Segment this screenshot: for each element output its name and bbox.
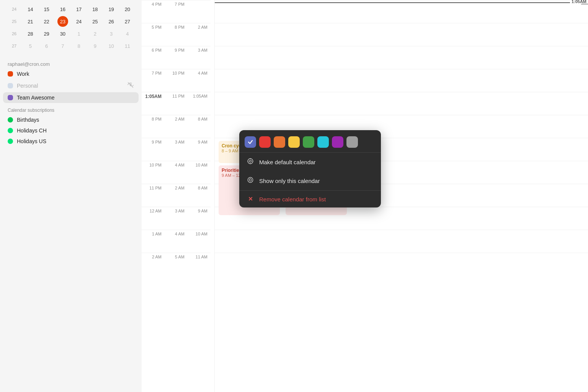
cal-day[interactable]: 25 [87,15,103,28]
cal-day[interactable]: 24 [71,15,87,28]
time-label: 8 PM [142,115,165,138]
calendar-item-holidays-ch[interactable]: Holidays CH [3,125,139,136]
calendar-name-team-awesome: Team Awesome [17,95,134,101]
color-swatch-purple[interactable] [332,136,343,148]
week-number: 27 [6,40,22,52]
calendar-color-holidays-ch [8,128,13,133]
calendar-name-personal: Personal [17,83,127,89]
menu-item-make-default[interactable]: Make default calendar [239,153,381,172]
time-label: 2 AM [165,184,188,207]
color-swatch-green[interactable] [303,136,314,148]
color-swatch-gray[interactable] [346,136,358,148]
grid-row [215,253,588,276]
calendar-list: raphael@cron.com Work Personal Team Awes… [0,58,142,392]
calendar-item-holidays-us[interactable]: Holidays US [3,136,139,147]
time-label: 11 PM [165,92,188,115]
current-time-display: 1:05AM [145,94,162,99]
time-label: 10 AM [188,161,211,184]
color-swatch-yellow[interactable] [288,136,300,148]
time-label: 1:05AM [188,92,211,115]
sidebar: 24 14 15 16 17 18 19 20 25 21 22 23 24 2… [0,0,142,392]
cal-day-other[interactable]: 8 [71,40,87,52]
time-label: 2 AM [142,253,165,276]
svg-point-2 [249,160,251,162]
calendar-color-holidays-us [8,139,13,144]
color-picker-row [239,135,381,153]
make-default-icon [246,158,255,167]
grid-row [215,92,588,115]
time-label: 10 PM [142,161,165,184]
menu-item-show-only[interactable]: Show only this calendar [239,172,381,190]
cal-day-other[interactable]: 6 [39,40,55,52]
color-swatch-orange[interactable] [274,136,285,148]
time-label: 3 AM [165,138,188,161]
time-label: 12 AM [142,207,165,230]
grid-row [215,23,588,46]
make-default-label: Make default calendar [259,159,316,165]
current-time-line: 1:05AM — [215,2,588,3]
cal-day-other[interactable]: 9 [87,40,103,52]
time-label: 5 AM [165,253,188,276]
calendar-color-team-awesome [8,95,13,100]
color-swatch-teal[interactable] [317,136,329,148]
cal-day-other[interactable]: 7 [55,40,71,52]
calendar-item-personal[interactable]: Personal [3,79,139,92]
color-swatch-indigo[interactable] [245,136,256,148]
time-col-1: 4 PM 5 PM 6 PM 7 PM 1:05AM 8 PM 9 PM 10 … [142,0,165,392]
time-label: 9 PM [142,138,165,161]
calendar-color-birthdays [8,117,13,122]
time-label: 5 PM [142,23,165,46]
cal-day[interactable]: 19 [103,3,119,15]
cal-day[interactable]: 20 [119,3,136,15]
context-menu: Make default calendar Show only this cal… [239,130,381,207]
show-only-label: Show only this calendar [259,178,320,184]
eye-off-icon [127,82,134,90]
cal-day[interactable]: 22 [39,15,55,28]
cal-day[interactable]: 14 [22,3,38,15]
cal-day-other[interactable]: 10 [103,40,119,52]
cal-day-other[interactable]: 5 [22,40,38,52]
cal-day[interactable]: 17 [71,3,87,15]
color-swatch-red[interactable] [259,136,271,148]
time-label: 3 AM [165,207,188,230]
cal-day[interactable]: 27 [119,15,136,28]
time-label: 8 AM [188,184,211,207]
time-label [188,0,211,23]
today-badge[interactable]: 23 [57,16,68,27]
cal-day[interactable]: 18 [87,3,103,15]
time-label: 4 AM [188,69,211,92]
time-label: 9 PM [165,46,188,69]
svg-point-7 [248,177,253,183]
remove-icon: ✕ [246,196,255,203]
grid-row [215,46,588,69]
cal-day-other[interactable]: 1 [71,28,87,40]
svg-point-8 [249,179,252,181]
cal-day[interactable]: 21 [22,15,38,28]
cal-day-other[interactable]: 4 [119,28,136,40]
time-label: 8 AM [188,115,211,138]
time-label: 7 PM [165,0,188,23]
calendar-item-team-awesome[interactable]: Team Awesome [3,92,139,103]
cal-day[interactable]: 29 [39,28,55,40]
menu-item-remove-calendar[interactable]: ✕ Remove calendar from list [239,191,381,207]
week-number: 25 [6,15,22,28]
svg-point-1 [248,158,253,164]
calendar-name-birthdays: Birthdays [17,117,134,123]
cal-day[interactable]: 30 [55,28,71,40]
calendar-color-work [8,71,13,77]
grid-row: 1:05AM — [215,0,588,23]
calendar-item-birthdays[interactable]: Birthdays [3,114,139,125]
cal-day[interactable]: 16 [55,3,71,15]
time-label: 10 AM [188,230,211,253]
cal-day-other[interactable]: 11 [119,40,136,52]
cal-day-other[interactable]: 2 [87,28,103,40]
time-label: 10 PM [165,69,188,92]
cal-day[interactable]: 26 [103,15,119,28]
time-label: 2 AM [165,115,188,138]
cal-day[interactable]: 23 [55,15,71,28]
cal-day[interactable]: 15 [39,3,55,15]
cal-day-other[interactable]: 3 [103,28,119,40]
time-label: 7 PM [142,69,165,92]
calendar-item-work[interactable]: Work [3,69,139,79]
cal-day[interactable]: 28 [22,28,38,40]
